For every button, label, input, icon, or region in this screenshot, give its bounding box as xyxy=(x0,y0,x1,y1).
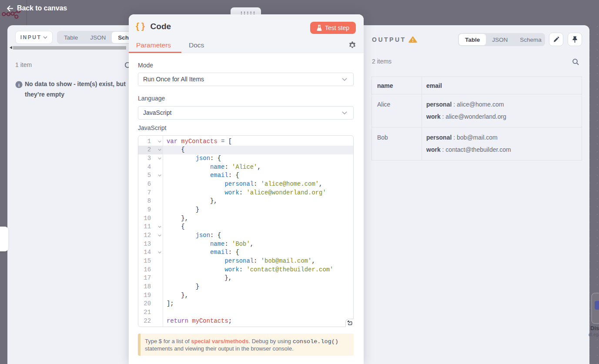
svg-text:i: i xyxy=(18,82,20,87)
